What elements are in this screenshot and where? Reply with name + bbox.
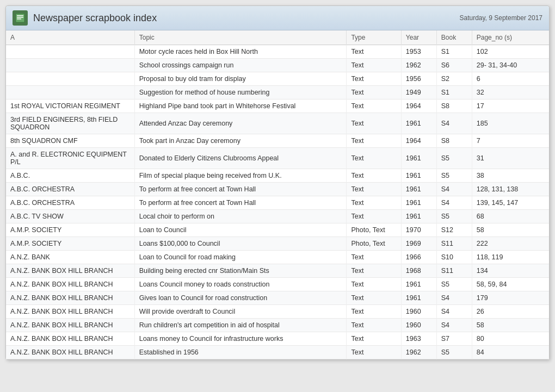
table-row: 1st ROYAL VICTORIAN REGIMENTHighland Pip… xyxy=(6,99,549,113)
cell-year: 1960 xyxy=(401,319,436,332)
table-row: A.N.Z. BANK BOX HILL BRANCHGives loan to… xyxy=(6,291,549,305)
cell-year: 1961 xyxy=(401,148,436,169)
cell-year: 1966 xyxy=(401,251,436,264)
cell-topic: Attended Anzac Day ceremony xyxy=(134,113,347,134)
cell-topic: Loans $100,000 to Council xyxy=(134,237,347,251)
cell-topic: Donated to Elderly Citizens Clubrooms Ap… xyxy=(134,148,347,169)
cell-book: S4 xyxy=(436,319,472,332)
cell-a: A.N.Z. BANK BOX HILL BRANCH xyxy=(6,291,134,305)
cell-type: Text xyxy=(347,86,401,99)
cell-page: 38 xyxy=(472,169,549,183)
cell-book: S1 xyxy=(436,86,472,99)
table-row: A.N.Z. BANK BOX HILL BRANCHBuilding bein… xyxy=(6,264,549,278)
cell-a: A.N.Z. BANK BOX HILL BRANCH xyxy=(6,332,134,346)
cell-topic: Loans money to Council for infrastructur… xyxy=(134,332,347,346)
cell-type: Text xyxy=(347,346,401,359)
col-header-book: Book xyxy=(436,30,472,45)
cell-book: S2 xyxy=(436,72,472,86)
cell-topic: Established in 1956 xyxy=(134,346,347,359)
cell-book: S5 xyxy=(436,210,472,223)
cell-year: 1961 xyxy=(401,291,436,305)
cell-book: S4 xyxy=(436,291,472,305)
main-window: Newspaper scrapbook index Saturday, 9 Se… xyxy=(5,5,550,360)
cell-page: 58 xyxy=(472,319,549,332)
cell-topic: Loan to Council for road making xyxy=(134,251,347,264)
cell-type: Text xyxy=(347,169,401,183)
cell-type: Photo, Text xyxy=(347,237,401,251)
cell-topic: Run children's art competition in aid of… xyxy=(134,319,347,332)
app-icon xyxy=(13,10,28,26)
cell-topic: Loans Council money to roads constructio… xyxy=(134,278,347,291)
cell-book: S1 xyxy=(436,45,472,59)
cell-book: S4 xyxy=(436,113,472,134)
cell-page: 139, 145, 147 xyxy=(472,196,549,210)
col-header-page: Page_no (s) xyxy=(472,30,549,45)
titlebar: Newspaper scrapbook index Saturday, 9 Se… xyxy=(6,6,549,30)
cell-page: 26 xyxy=(472,305,549,319)
table-row: 3rd FIELD ENGINEERS, 8th FIELD SQUADRONA… xyxy=(6,113,549,134)
cell-a: A.B.C. ORCHESTRA xyxy=(6,196,134,210)
cell-type: Text xyxy=(347,59,401,72)
cell-book: S10 xyxy=(436,251,472,264)
cell-year: 1961 xyxy=(401,183,436,196)
cell-year: 1963 xyxy=(401,332,436,346)
table-row: A.B.C. ORCHESTRATo perform at free conce… xyxy=(6,196,549,210)
cell-page: 31 xyxy=(472,148,549,169)
cell-page: 17 xyxy=(472,99,549,113)
table-row: A.N.Z. BANK BOX HILL BRANCHEstablished i… xyxy=(6,346,549,359)
cell-topic: Local choir to perform on xyxy=(134,210,347,223)
cell-topic: Highland Pipe band took part in Whitehor… xyxy=(134,99,347,113)
cell-page: 185 xyxy=(472,113,549,134)
cell-year: 1962 xyxy=(401,346,436,359)
cell-a: A.N.Z. BANK BOX HILL BRANCH xyxy=(6,278,134,291)
cell-topic: Loan to Council xyxy=(134,223,347,237)
col-header-topic: Topic xyxy=(134,30,347,45)
cell-year: 1969 xyxy=(401,237,436,251)
table-row: 8th SQUADRON CMFTook part in Anzac Day c… xyxy=(6,134,549,148)
cell-a: 3rd FIELD ENGINEERS, 8th FIELD SQUADRON xyxy=(6,113,134,134)
table-row: A.N.Z. BANK BOX HILL BRANCHLoans money t… xyxy=(6,332,549,346)
cell-topic: Film of special plaque being received fr… xyxy=(134,169,347,183)
cell-type: Text xyxy=(347,45,401,59)
cell-type: Text xyxy=(347,264,401,278)
cell-year: 1964 xyxy=(401,99,436,113)
cell-year: 1961 xyxy=(401,278,436,291)
cell-a: A.N.Z. BANK BOX HILL BRANCH xyxy=(6,264,134,278)
cell-year: 1956 xyxy=(401,72,436,86)
table-row: A. and R. ELECTRONIC EQUIPMENT P/LDonate… xyxy=(6,148,549,169)
cell-year: 1949 xyxy=(401,86,436,99)
col-header-a: A xyxy=(6,30,134,45)
table-row: A.B.C. TV SHOWLocal choir to perform onT… xyxy=(6,210,549,223)
cell-page: 102 xyxy=(472,45,549,59)
cell-a: A. and R. ELECTRONIC EQUIPMENT P/L xyxy=(6,148,134,169)
cell-topic: To perform at free concert at Town Hall xyxy=(134,183,347,196)
cell-type: Text xyxy=(347,305,401,319)
svg-rect-0 xyxy=(16,14,24,22)
svg-rect-1 xyxy=(17,15,23,16)
cell-page: 58 xyxy=(472,223,549,237)
cell-a: A.M.P. SOCIETY xyxy=(6,237,134,251)
cell-topic: Took part in Anzac Day ceremony xyxy=(134,134,347,148)
cell-page: 80 xyxy=(472,332,549,346)
cell-a: A.B.C. ORCHESTRA xyxy=(6,183,134,196)
cell-book: S5 xyxy=(436,346,472,359)
cell-topic: Will provide overdraft to Council xyxy=(134,305,347,319)
cell-page: 7 xyxy=(472,134,549,148)
col-header-type: Type xyxy=(347,30,401,45)
cell-page: 6 xyxy=(472,72,549,86)
table-row: Proposal to buy old tram for displayText… xyxy=(6,72,549,86)
table-container: A Topic Type Year Book Page_no (s) Motor… xyxy=(6,30,549,359)
cell-book: S6 xyxy=(436,59,472,72)
cell-year: 1964 xyxy=(401,134,436,148)
cell-topic: Building being erected cnr Station/Main … xyxy=(134,264,347,278)
cell-page: 128, 131, 138 xyxy=(472,183,549,196)
table-row: A.N.Z. BANK BOX HILL BRANCHLoans Council… xyxy=(6,278,549,291)
cell-a xyxy=(6,72,134,86)
svg-rect-3 xyxy=(17,18,21,20)
table-row: Suggestion for method of house numbering… xyxy=(6,86,549,99)
cell-a xyxy=(6,86,134,99)
cell-type: Text xyxy=(347,183,401,196)
cell-page: 118, 119 xyxy=(472,251,549,264)
cell-a: A.N.Z. BANK xyxy=(6,251,134,264)
col-header-year: Year xyxy=(401,30,436,45)
